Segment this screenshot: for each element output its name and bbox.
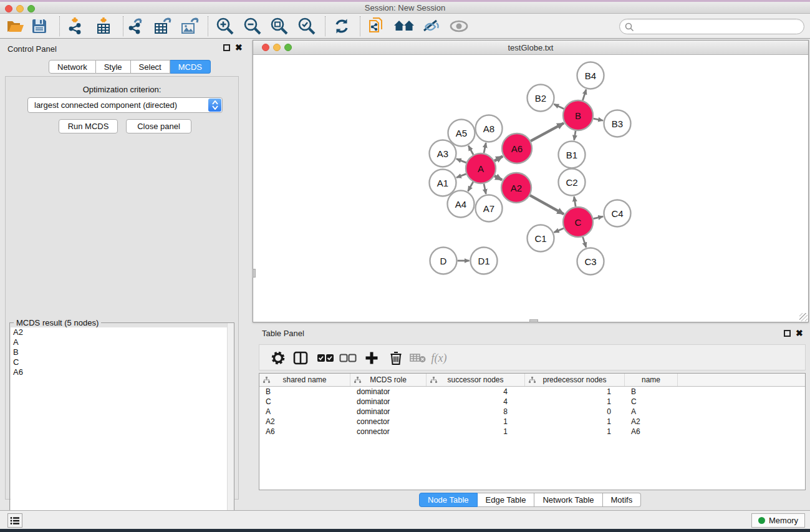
- graph-edge-B-B1[interactable]: [574, 131, 576, 140]
- table-cell[interactable]: 1: [525, 397, 625, 407]
- graph-edge-A-A1[interactable]: [456, 174, 466, 178]
- float-table-panel-icon[interactable]: [784, 330, 791, 337]
- delete-column-trash-icon[interactable]: [386, 348, 406, 368]
- graph-edge-B-B4[interactable]: [582, 89, 586, 100]
- home-icon[interactable]: [393, 16, 415, 36]
- tab-network[interactable]: Network: [49, 60, 96, 74]
- table-cell[interactable]: 1: [427, 427, 525, 437]
- column-header-predecessor-nodes[interactable]: predecessor nodes: [525, 374, 625, 386]
- delete-table-icon[interactable]: [408, 348, 428, 368]
- tab-select[interactable]: Select: [131, 60, 170, 74]
- add-column-plus-icon[interactable]: [362, 348, 382, 368]
- task-history-button[interactable]: [7, 513, 22, 528]
- graph-edge-A-A2[interactable]: [494, 176, 502, 180]
- table-cell[interactable]: 4: [427, 387, 525, 397]
- table-cell[interactable]: connector: [350, 427, 427, 437]
- select-all-icon[interactable]: [316, 348, 335, 368]
- tab-edge-table[interactable]: Edge Table: [478, 493, 535, 507]
- show-column-icon[interactable]: [291, 348, 311, 368]
- mcds-result-list[interactable]: A2ABCA6: [11, 327, 234, 532]
- import-network-icon[interactable]: [65, 16, 86, 36]
- table-row[interactable]: Adominator80A: [259, 407, 805, 417]
- close-panel-icon[interactable]: ✖: [235, 44, 243, 51]
- table-cell[interactable]: 8: [427, 407, 525, 417]
- network-window-titlebar[interactable]: testGlobe.txt: [253, 41, 808, 55]
- table-cell[interactable]: A: [259, 407, 350, 417]
- save-session-icon[interactable]: [29, 16, 50, 36]
- vertical-scroll-thumb[interactable]: [253, 269, 256, 278]
- graph-edge-C-C2[interactable]: [574, 196, 576, 206]
- criterion-dropdown[interactable]: largest connected component (directed): [27, 97, 223, 113]
- tab-network-table[interactable]: Network Table: [534, 493, 602, 507]
- table-cell[interactable]: B: [625, 387, 678, 397]
- network-canvas[interactable]: AA1A2A3A4A5A6A7A8BB1B2B3B4CC1C2C3C4DD1: [253, 55, 808, 322]
- mcds-result-item[interactable]: C: [11, 357, 234, 367]
- table-cell[interactable]: connector: [350, 417, 427, 427]
- table-settings-gear-icon[interactable]: [268, 348, 288, 368]
- table-cell[interactable]: A6: [259, 427, 350, 437]
- mcds-result-item[interactable]: A: [11, 337, 234, 347]
- graph-edge-C-C3[interactable]: [583, 237, 586, 248]
- table-cell[interactable]: C: [625, 397, 678, 407]
- column-header-name[interactable]: name: [625, 374, 678, 386]
- close-panel-button[interactable]: Close panel: [126, 119, 191, 133]
- graph-edge-B-B3[interactable]: [593, 118, 603, 120]
- column-header-MCDS-role[interactable]: MCDS role: [350, 374, 427, 386]
- search-input[interactable]: [636, 21, 798, 32]
- table-cell[interactable]: dominator: [350, 397, 427, 407]
- float-panel-icon[interactable]: [223, 44, 230, 51]
- window-resize-grip[interactable]: [799, 313, 808, 321]
- graph-edge-A-A3[interactable]: [456, 159, 466, 163]
- graph-edge-A-A4[interactable]: [468, 182, 473, 191]
- table-cell[interactable]: 1: [427, 417, 525, 427]
- tab-style[interactable]: Style: [96, 60, 131, 74]
- graph-edge-C-C4[interactable]: [593, 216, 603, 218]
- run-mcds-button[interactable]: Run MCDS: [59, 119, 118, 133]
- tab-mcds[interactable]: MCDS: [170, 60, 211, 74]
- table-cell[interactable]: A: [625, 407, 678, 417]
- graph-edge-B-B2[interactable]: [554, 104, 564, 109]
- graph-edge-C-C1[interactable]: [554, 228, 564, 233]
- table-header-row[interactable]: shared nameMCDS rolesuccessor nodesprede…: [259, 374, 805, 387]
- tab-motifs[interactable]: Motifs: [603, 493, 642, 507]
- graph-edge-A-A7[interactable]: [484, 183, 486, 193]
- graph-edge-A2-C[interactable]: [530, 195, 564, 214]
- table-cell[interactable]: C: [259, 397, 350, 407]
- function-builder-icon[interactable]: f(x): [429, 348, 449, 368]
- table-row[interactable]: A6connector11A6: [259, 427, 805, 437]
- mcds-result-item[interactable]: A2: [11, 327, 234, 337]
- table-row[interactable]: Cdominator41C: [259, 397, 805, 407]
- graph-edge-A-A5[interactable]: [468, 146, 473, 155]
- zoom-in-icon[interactable]: [215, 16, 236, 36]
- mcds-result-item[interactable]: A6: [11, 367, 234, 377]
- tab-node-table[interactable]: Node Table: [419, 493, 478, 507]
- network-graph[interactable]: AA1A2A3A4A5A6A7A8BB1B2B3B4CC1C2C3C4DD1: [253, 55, 808, 322]
- table-cell[interactable]: 1: [525, 417, 625, 427]
- table-cell[interactable]: A2: [625, 417, 678, 427]
- table-cell[interactable]: A6: [625, 427, 678, 437]
- table-row[interactable]: Bdominator41B: [259, 387, 805, 397]
- column-header-shared-name[interactable]: shared name: [259, 374, 350, 386]
- close-table-panel-icon[interactable]: ✖: [796, 330, 803, 337]
- graph-edge-A-A8[interactable]: [484, 143, 486, 153]
- export-table-icon[interactable]: [152, 16, 173, 36]
- zoom-out-icon[interactable]: [242, 16, 263, 36]
- search-field[interactable]: [619, 19, 804, 34]
- refresh-icon[interactable]: [331, 16, 352, 36]
- export-network-icon[interactable]: [125, 16, 147, 36]
- table-body[interactable]: Bdominator41BCdominator41CAdominator80AA…: [259, 387, 805, 437]
- graph-edge-A6-B[interactable]: [531, 123, 564, 141]
- table-cell[interactable]: 0: [525, 407, 625, 417]
- table-row[interactable]: A2connector11A2: [259, 417, 805, 427]
- horizontal-scroll-thumb[interactable]: [529, 319, 538, 322]
- zoom-fit-icon[interactable]: [269, 16, 290, 36]
- hide-panel-eye-icon[interactable]: [420, 16, 441, 36]
- show-panel-eye-icon[interactable]: [448, 16, 470, 36]
- deselect-all-icon[interactable]: [338, 348, 358, 368]
- graph-edge-A-A6[interactable]: [494, 157, 503, 161]
- network-from-file-icon[interactable]: [367, 16, 388, 36]
- mcds-result-scrollbar[interactable]: [227, 323, 234, 532]
- open-session-icon[interactable]: [5, 16, 26, 36]
- import-table-icon[interactable]: [93, 16, 114, 36]
- table-cell[interactable]: dominator: [350, 407, 427, 417]
